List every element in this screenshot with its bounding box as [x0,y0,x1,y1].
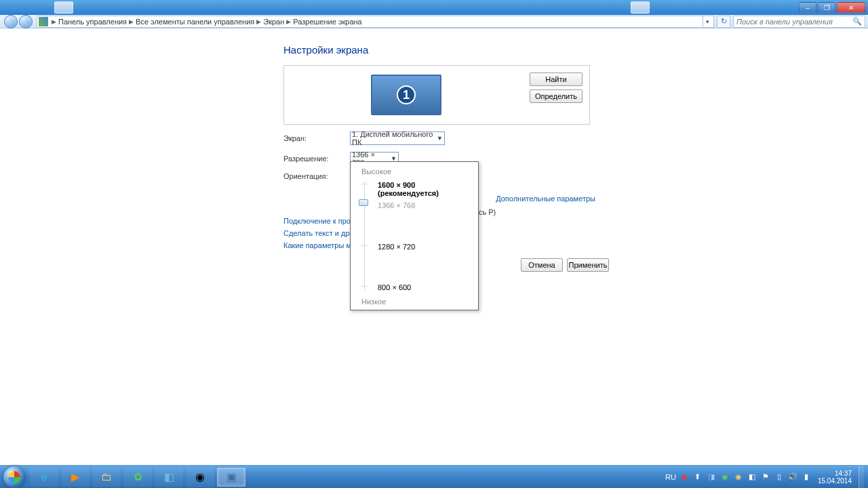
language-indicator[interactable]: RU [666,472,675,482]
tray-battery-icon[interactable]: ▮ [802,472,811,482]
taskbar-app-icon[interactable]: ✿ [123,468,152,487]
nav-back-button[interactable] [4,15,18,28]
orientation-label: Ориентация: [283,172,350,180]
breadcrumb-bar[interactable]: ▶ Панель управления ▶ Все элементы панел… [37,16,714,28]
tray-icon[interactable]: ◉ [720,472,730,482]
resolution-option[interactable]: 868 × 488 [378,243,415,251]
search-icon: 🔍 [852,17,862,26]
detect-button[interactable]: Определить [530,89,583,103]
monitor-preview-box: 1 Найти Определить [283,65,590,125]
chevron-down-icon: ▼ [437,135,443,142]
resolution-slider-thumb[interactable] [359,199,368,206]
system-tray: RU ◆ ⬆ ◨ ◉ ◉ ◧ ⚑ ▯ 🔊 ▮ 14:37 15.04.2014 [666,466,868,489]
resolution-option-recommended[interactable]: 1600 × 900 (рекомендуется) [378,181,478,197]
display-select[interactable]: 1. Дисплей мобильного ПК ▼ [350,131,445,145]
tray-volume-icon[interactable]: 🔊 [788,472,797,482]
resolution-label: Разрешение: [283,155,350,163]
display-select-value: 1. Дисплей мобильного ПК [352,130,434,146]
dialog-buttons: Отмена Применить [475,258,609,272]
tray-icon[interactable]: ◨ [707,472,716,482]
taskbar-explorer-icon[interactable]: 🗀 [92,468,121,487]
resolution-high-label: Высокое [361,167,478,176]
minimize-button[interactable]: – [799,2,816,13]
taskbar-app-icon[interactable]: ◧ [155,468,183,487]
resolution-dropdown-flyout: Высокое 1600 × 900 (рекомендуется) 1366 … [350,161,479,310]
aero-thumb [54,1,73,14]
taskbar: e ▶ 🗀 ✿ ◧ ◉ ▣ RU ◆ ⬆ ◨ ◉ ◉ ◧ ⚑ ▯ 🔊 ▮ 14:… [0,465,868,488]
chevron-right-icon: ▶ [128,18,134,25]
address-dropdown-button[interactable]: ▾ [703,16,712,27]
breadcrumb-item[interactable]: Разрешение экрана [292,18,363,26]
aero-thumb [631,1,650,14]
taskbar-ie-icon[interactable]: e [30,468,58,487]
advanced-settings-link[interactable]: Дополнительные параметры [496,195,595,203]
find-button[interactable]: Найти [530,73,583,86]
tray-network-icon[interactable]: ▯ [774,472,784,482]
projector-link-suffix: сь P) [479,208,496,216]
windows-logo-icon [3,466,25,488]
nav-forward-button[interactable] [19,15,33,28]
breadcrumb-item[interactable]: Все элементы панели управления [134,18,256,26]
taskbar-control-panel-icon[interactable]: ▣ [217,468,245,487]
clock-time: 14:37 [818,470,852,477]
breadcrumb-item[interactable]: Панель управления [57,18,128,26]
search-input[interactable] [736,18,852,26]
resolution-low-label: Низкое [361,298,386,306]
resolution-option-current[interactable]: 1366 × 768 [378,201,415,209]
tray-icon[interactable]: ◆ [679,472,689,482]
clock-date: 15.04.2014 [818,477,852,485]
slider-tick [361,184,368,184]
search-box[interactable]: 🔍 [733,16,865,28]
apply-button[interactable]: Применить [567,258,609,272]
monitor-number-badge: 1 [397,85,416,104]
taskbar-chrome-icon[interactable]: ◉ [186,468,214,487]
chevron-right-icon: ▶ [285,18,292,25]
address-bar: ▶ Панель управления ▶ Все элементы панел… [0,15,868,28]
show-desktop-button[interactable] [859,466,864,489]
chevron-right-icon: ▶ [256,18,262,25]
tray-icon[interactable]: ◧ [747,472,757,482]
resolution-slider-track[interactable] [364,181,365,291]
taskbar-media-icon[interactable]: ▶ [61,468,90,487]
slider-tick [361,286,368,287]
tray-icon[interactable]: ⬆ [693,472,703,482]
breadcrumb-item[interactable]: Экран [262,18,285,26]
maximize-button[interactable]: ❐ [818,2,835,13]
taskbar-clock[interactable]: 14:37 15.04.2014 [815,470,854,485]
start-button[interactable] [0,466,28,489]
chevron-right-icon: ▶ [51,18,57,25]
refresh-button[interactable]: ↻ [717,16,730,28]
page-title: Настройки экрана [283,44,595,56]
monitor-thumbnail[interactable]: 1 [371,75,441,115]
close-button[interactable]: ✕ [837,2,865,13]
slider-tick [361,245,368,246]
tray-flag-icon[interactable]: ⚑ [761,472,770,482]
control-panel-icon [39,17,48,26]
resolution-option[interactable]: 800 × 600 [378,283,411,291]
tray-icon[interactable]: ◉ [734,472,743,482]
display-label: Экран: [283,134,350,142]
titlebar: – ❐ ✕ [0,0,868,15]
cancel-button[interactable]: Отмена [521,258,563,272]
